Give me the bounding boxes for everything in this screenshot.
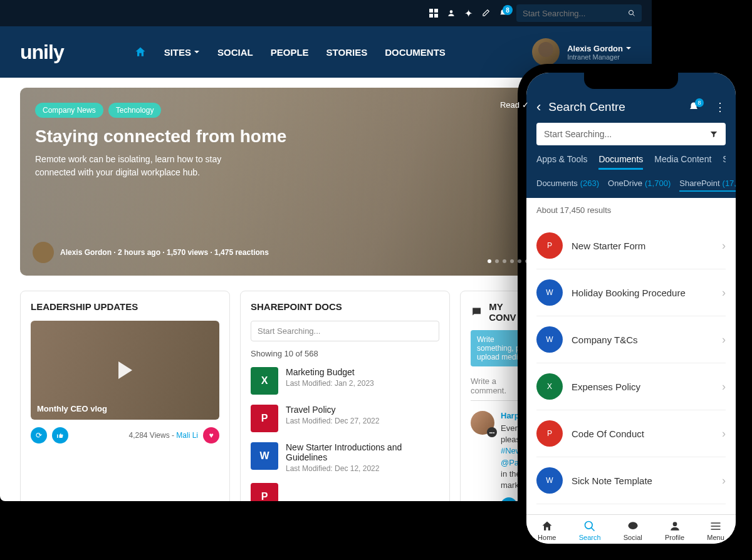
play-icon xyxy=(118,361,132,379)
chevron-right-icon: › xyxy=(722,427,726,440)
share-button[interactable]: ⟳ xyxy=(31,427,47,443)
video-views: 4,284 Views - Mali Li xyxy=(128,431,198,440)
pdf-icon: P xyxy=(536,420,563,447)
svg-rect-0 xyxy=(429,9,433,13)
bell-badge: 8 xyxy=(503,5,513,15)
svg-point-5 xyxy=(629,11,634,15)
more-icon[interactable]: ⋮ xyxy=(714,100,726,114)
result-item[interactable]: WSick Note Template› xyxy=(536,457,726,504)
mobile-device: ‹ Search Centre 8 ⋮ Start Searching... A… xyxy=(518,64,744,552)
nav-profile[interactable]: Profile xyxy=(665,520,684,541)
result-item[interactable]: PNew Starter Form› xyxy=(536,222,726,269)
results-count: About 17,450 results xyxy=(526,198,736,222)
edit-icon[interactable] xyxy=(481,9,490,18)
result-item[interactable]: WCompany T&Cs› xyxy=(536,316,726,363)
video-thumbnail[interactable]: Monthly CEO vlog xyxy=(31,321,219,420)
global-search[interactable] xyxy=(516,4,642,22)
excel-icon: X xyxy=(251,367,278,395)
doc-search[interactable]: Start Searching... xyxy=(251,321,439,341)
bell-icon[interactable]: 8 xyxy=(499,9,508,18)
user-role: Intranet Manager xyxy=(567,53,632,61)
filter-icon[interactable] xyxy=(709,130,718,138)
chevron-right-icon: › xyxy=(722,286,726,299)
result-item[interactable]: WHoliday Booking Procedure› xyxy=(536,269,726,316)
result-item[interactable]: XExpenses Policy› xyxy=(536,363,726,410)
read-badge: Read ✓ xyxy=(500,100,529,110)
subtab-onedrive[interactable]: OneDrive (1,700) xyxy=(608,179,671,192)
nav-menu[interactable]: Menu xyxy=(707,520,724,541)
chevron-right-icon: › xyxy=(722,333,726,346)
nav-social[interactable]: SOCIAL xyxy=(217,47,253,58)
subtab-documents[interactable]: Documents (263) xyxy=(536,179,599,192)
sharepoint-card: SHAREPOINT DOCS Start Searching... Showi… xyxy=(240,291,450,501)
mobile-search[interactable]: Start Searching... xyxy=(536,123,726,145)
hero-description: Remote work can be isolating, learn how … xyxy=(35,153,248,179)
svg-point-4 xyxy=(450,10,453,13)
nav-social[interactable]: Social xyxy=(624,520,642,541)
pdf-icon: P xyxy=(251,483,278,501)
subtab-sharepoint[interactable]: SharePoint (17,806) xyxy=(679,179,736,192)
result-item[interactable]: PCode Of Conduct› xyxy=(536,410,726,457)
tag-technology[interactable]: Technology xyxy=(108,103,162,118)
bottom-nav: Home Search Social Profile Menu xyxy=(526,514,736,544)
leadership-card: LEADERSHIP UPDATES Monthly CEO vlog ⟳ 4,… xyxy=(20,291,230,501)
excel-icon: X xyxy=(536,373,563,400)
bell-icon[interactable]: 8 xyxy=(688,101,699,113)
search-input[interactable] xyxy=(523,9,628,18)
topbar: ✦ 8 xyxy=(0,0,652,26)
svg-point-7 xyxy=(628,522,637,529)
app-launcher-icon[interactable] xyxy=(429,9,438,18)
tab-servicenow[interactable]: ServiceN xyxy=(723,154,726,170)
word-icon: W xyxy=(536,279,563,306)
nav-sites[interactable]: SITES xyxy=(164,47,200,58)
svg-rect-1 xyxy=(434,9,438,13)
nav-people[interactable]: PEOPLE xyxy=(271,47,309,58)
profile-icon[interactable] xyxy=(447,9,456,18)
doc-item[interactable]: P xyxy=(251,483,439,501)
chevron-right-icon: › xyxy=(722,239,726,252)
pdf-icon: P xyxy=(536,232,563,259)
hero-title: Staying connected from home xyxy=(35,127,526,147)
tab-apps[interactable]: Apps & Tools xyxy=(536,154,587,170)
pdf-icon: P xyxy=(251,405,278,432)
hero-story[interactable]: Company News Technology Staying connecte… xyxy=(20,88,541,276)
svg-rect-3 xyxy=(434,14,438,18)
post-avatar: ••• xyxy=(471,411,494,435)
tag-company-news[interactable]: Company News xyxy=(35,103,103,118)
nav-stories[interactable]: STORIES xyxy=(326,47,368,58)
tab-documents[interactable]: Documents xyxy=(598,154,643,170)
sharepoint-title: SHAREPOINT DOCS xyxy=(251,301,439,312)
svg-rect-2 xyxy=(429,14,433,18)
chevron-down-icon xyxy=(194,49,200,55)
heart-button[interactable]: ♥ xyxy=(203,427,219,443)
results-count: Showing 10 of 568 xyxy=(251,349,439,358)
doc-item[interactable]: X Marketing BudgetLast Modified: Jan 2, … xyxy=(251,367,439,395)
doc-item[interactable]: W New Starter Introductions and Guidelin… xyxy=(251,442,439,473)
word-icon: W xyxy=(536,326,563,353)
chevron-right-icon: › xyxy=(722,380,726,393)
share-button[interactable]: ⟳ xyxy=(501,497,517,501)
search-icon xyxy=(628,8,635,18)
nav-documents[interactable]: DOCUMENTS xyxy=(385,47,446,58)
svg-point-6 xyxy=(585,522,593,529)
nav-search[interactable]: Search xyxy=(579,520,601,541)
avatar xyxy=(532,38,560,66)
leadership-title: LEADERSHIP UPDATES xyxy=(31,301,219,312)
nav-home[interactable] xyxy=(134,46,147,58)
word-icon: W xyxy=(251,442,278,470)
subtabs: Documents (263) OneDrive (1,700) SharePo… xyxy=(526,179,736,198)
logo[interactable]: unily xyxy=(20,41,64,64)
back-button[interactable]: ‹ xyxy=(536,99,541,115)
user-menu[interactable]: Alexis Gordon Intranet Manager xyxy=(532,38,632,66)
author-link[interactable]: Mali Li xyxy=(176,431,198,440)
tab-media[interactable]: Media Content xyxy=(654,154,711,170)
doc-item[interactable]: P Travel PolicyLast Modified: Dec 27, 20… xyxy=(251,405,439,432)
author-avatar xyxy=(33,242,54,263)
svg-point-8 xyxy=(672,522,677,526)
like-button[interactable] xyxy=(52,427,68,443)
hero-meta: Alexis Gordon · 2 hours ago · 1,570 view… xyxy=(60,248,269,257)
carousel-dots[interactable] xyxy=(488,259,529,263)
nav-home[interactable]: Home xyxy=(538,520,556,541)
user-name: Alexis Gordon xyxy=(567,44,623,53)
star-icon[interactable]: ✦ xyxy=(464,8,473,19)
